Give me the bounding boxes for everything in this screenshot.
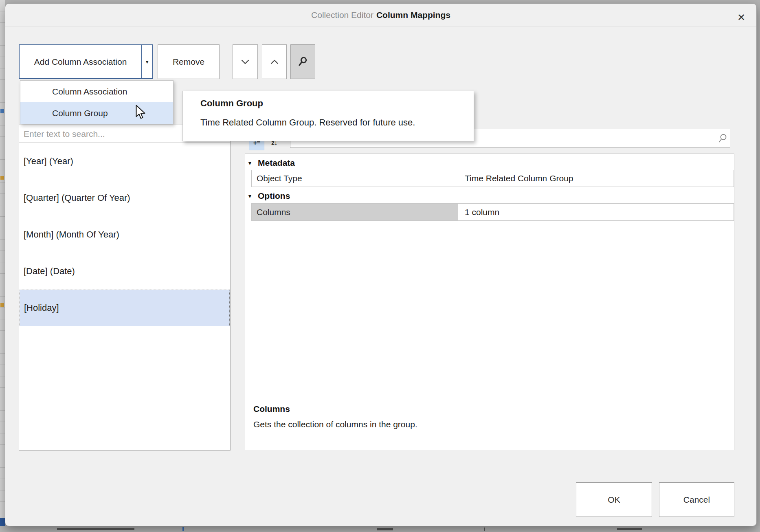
- property-row-columns[interactable]: Columns 1 column: [251, 203, 734, 221]
- background-fragment: [182, 527, 184, 531]
- search-icon: [717, 133, 728, 144]
- close-icon: ✕: [737, 12, 745, 23]
- dialog-title-prefix: Collection Editor: [311, 10, 373, 20]
- expander-icon[interactable]: ▼: [247, 193, 258, 199]
- description-text: Gets the collection of columns in the gr…: [253, 420, 417, 429]
- property-grid-search-icon-wrap: [717, 133, 728, 145]
- column-group-tooltip: Column Group Time Related Column Group. …: [182, 91, 474, 141]
- menu-item-column-group[interactable]: Column Group: [20, 102, 173, 124]
- dialog-title: Column Mappings: [376, 10, 450, 20]
- category-row-metadata[interactable]: ▼ Metadata: [247, 156, 295, 170]
- mouse-cursor: [135, 105, 149, 121]
- category-label: Metadata: [258, 158, 295, 168]
- toggle-search-button[interactable]: [290, 44, 315, 79]
- cancel-button[interactable]: Cancel: [659, 482, 734, 517]
- background-fragment: [0, 518, 5, 527]
- property-value-cell[interactable]: Time Related Column Group: [458, 170, 734, 187]
- background-fragment: [377, 528, 393, 530]
- footer-separator: [5, 474, 757, 474]
- property-row-object-type[interactable]: Object Type Time Related Column Group: [251, 170, 734, 187]
- background-fragment: [0, 176, 4, 180]
- background-app-bottom-sliver: [0, 526, 760, 532]
- background-fragment: [617, 528, 642, 530]
- background-app-left-sliver: [0, 0, 5, 532]
- category-row-options[interactable]: ▼ Options: [247, 189, 290, 203]
- property-name-cell-selected[interactable]: Columns: [252, 204, 458, 220]
- chevron-up-icon: [269, 59, 280, 65]
- tooltip-title: Column Group: [200, 98, 466, 109]
- add-column-association-button[interactable]: Add Column Association ▼: [19, 44, 153, 79]
- menu-item-column-association[interactable]: Column Association: [20, 81, 173, 102]
- collection-editor-dialog: Collection Editor Column Mappings ✕ Add …: [5, 3, 757, 526]
- property-value-cell[interactable]: 1 column: [458, 204, 734, 220]
- list-item-quarter[interactable]: [Quarter] (Quarter Of Year): [19, 180, 230, 216]
- expander-icon[interactable]: ▼: [247, 160, 258, 166]
- tooltip-text: Time Related Column Group. Reserved for …: [200, 117, 466, 128]
- move-up-button[interactable]: [262, 44, 287, 79]
- add-column-association-label[interactable]: Add Column Association: [20, 45, 142, 78]
- dropdown-arrow-icon: ▼: [145, 59, 149, 64]
- list-item-year[interactable]: [Year] (Year): [19, 143, 230, 180]
- description-title: Columns: [253, 404, 290, 414]
- add-dropdown-segment[interactable]: ▼: [142, 45, 152, 78]
- background-fragment: [484, 528, 485, 531]
- list-item-month[interactable]: [Month] (Month Of Year): [19, 216, 230, 253]
- add-dropdown-menu: Column Association Column Group: [20, 80, 174, 124]
- list-item-holiday-selected[interactable]: [Holiday]: [20, 290, 230, 326]
- column-mappings-list: [Year] (Year) [Quarter] (Quarter Of Year…: [19, 143, 231, 451]
- category-label: Options: [258, 191, 290, 201]
- background-fragment: [0, 109, 4, 113]
- move-down-button[interactable]: [233, 44, 258, 79]
- remove-button[interactable]: Remove: [158, 44, 220, 79]
- property-name-cell[interactable]: Object Type: [252, 170, 458, 187]
- magnifier-icon: [298, 56, 308, 68]
- background-fragment: [0, 303, 4, 307]
- background-fragment: [57, 528, 134, 530]
- ok-button[interactable]: OK: [576, 482, 652, 517]
- title-bar[interactable]: Collection Editor Column Mappings: [5, 4, 756, 27]
- list-item-date[interactable]: [Date] (Date): [19, 253, 230, 290]
- property-grid-panel: ▼ Metadata Object Type Time Related Colu…: [245, 154, 734, 450]
- chevron-down-icon: [240, 59, 250, 65]
- close-button[interactable]: ✕: [732, 9, 750, 26]
